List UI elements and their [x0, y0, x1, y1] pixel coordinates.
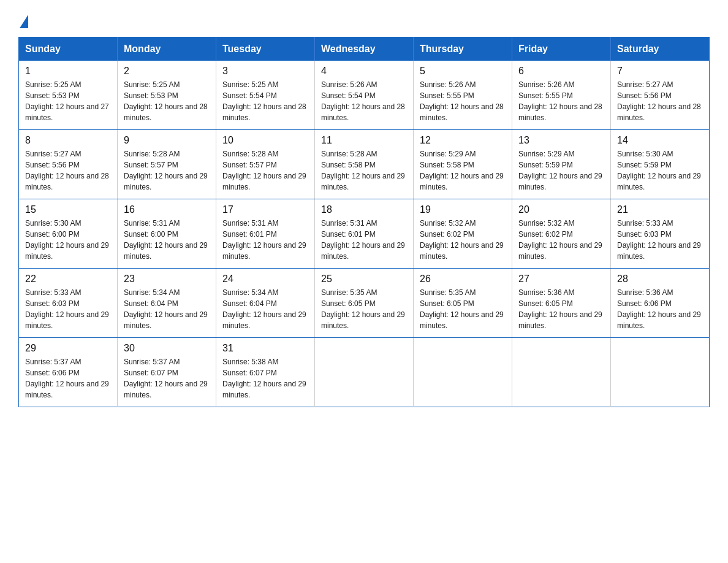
- day-info: Sunrise: 5:28 AMSunset: 5:57 PMDaylight:…: [124, 148, 210, 193]
- day-number: 4: [321, 66, 407, 77]
- calendar-week-row: 8Sunrise: 5:27 AMSunset: 5:56 PMDaylight…: [19, 130, 710, 199]
- day-info: Sunrise: 5:27 AMSunset: 5:56 PMDaylight:…: [25, 148, 111, 193]
- day-number: 15: [25, 204, 111, 215]
- calendar-cell: 2Sunrise: 5:25 AMSunset: 5:53 PMDaylight…: [118, 61, 216, 130]
- day-number: 2: [124, 66, 210, 77]
- day-number: 5: [420, 66, 506, 77]
- day-info: Sunrise: 5:29 AMSunset: 5:58 PMDaylight:…: [420, 148, 506, 193]
- day-info: Sunrise: 5:30 AMSunset: 5:59 PMDaylight:…: [617, 148, 703, 193]
- calendar-cell: 7Sunrise: 5:27 AMSunset: 5:56 PMDaylight…: [611, 61, 710, 130]
- day-info: Sunrise: 5:25 AMSunset: 5:54 PMDaylight:…: [222, 79, 308, 123]
- day-number: 14: [617, 135, 703, 146]
- col-header-tuesday: Tuesday: [216, 37, 315, 61]
- day-number: 18: [321, 204, 407, 215]
- calendar-table: SundayMondayTuesdayWednesdayThursdayFrid…: [18, 37, 710, 407]
- col-header-saturday: Saturday: [611, 37, 710, 61]
- calendar-header-row: SundayMondayTuesdayWednesdayThursdayFrid…: [19, 37, 710, 61]
- day-info: Sunrise: 5:25 AMSunset: 5:53 PMDaylight:…: [25, 79, 111, 123]
- calendar-cell: 29Sunrise: 5:37 AMSunset: 6:06 PMDayligh…: [19, 338, 118, 407]
- calendar-cell: 30Sunrise: 5:37 AMSunset: 6:07 PMDayligh…: [118, 338, 216, 407]
- calendar-cell: [315, 338, 414, 407]
- calendar-cell: 11Sunrise: 5:28 AMSunset: 5:58 PMDayligh…: [315, 130, 414, 199]
- day-info: Sunrise: 5:34 AMSunset: 6:04 PMDaylight:…: [124, 287, 210, 331]
- day-info: Sunrise: 5:34 AMSunset: 6:04 PMDaylight:…: [222, 287, 308, 331]
- calendar-cell: 14Sunrise: 5:30 AMSunset: 5:59 PMDayligh…: [611, 130, 710, 199]
- day-info: Sunrise: 5:29 AMSunset: 5:59 PMDaylight:…: [518, 148, 604, 193]
- calendar-cell: 3Sunrise: 5:25 AMSunset: 5:54 PMDaylight…: [216, 61, 315, 130]
- day-number: 6: [518, 66, 604, 77]
- day-number: 16: [124, 204, 210, 215]
- day-info: Sunrise: 5:28 AMSunset: 5:58 PMDaylight:…: [321, 148, 407, 193]
- calendar-cell: 21Sunrise: 5:33 AMSunset: 6:03 PMDayligh…: [611, 199, 710, 269]
- calendar-cell: 22Sunrise: 5:33 AMSunset: 6:03 PMDayligh…: [19, 269, 118, 338]
- day-info: Sunrise: 5:31 AMSunset: 6:00 PMDaylight:…: [124, 218, 210, 262]
- calendar-cell: 9Sunrise: 5:28 AMSunset: 5:57 PMDaylight…: [118, 130, 216, 199]
- calendar-cell: 28Sunrise: 5:36 AMSunset: 6:06 PMDayligh…: [611, 269, 710, 338]
- col-header-wednesday: Wednesday: [315, 37, 414, 61]
- logo-triangle-icon: [20, 15, 28, 28]
- day-number: 27: [518, 274, 604, 285]
- calendar-cell: 13Sunrise: 5:29 AMSunset: 5:59 PMDayligh…: [512, 130, 611, 199]
- page-header: [18, 12, 710, 26]
- day-number: 10: [222, 135, 308, 146]
- calendar-cell: 18Sunrise: 5:31 AMSunset: 6:01 PMDayligh…: [315, 199, 414, 269]
- day-info: Sunrise: 5:31 AMSunset: 6:01 PMDaylight:…: [321, 218, 407, 262]
- day-info: Sunrise: 5:26 AMSunset: 5:55 PMDaylight:…: [518, 79, 604, 123]
- day-number: 21: [617, 204, 703, 215]
- calendar-week-row: 29Sunrise: 5:37 AMSunset: 6:06 PMDayligh…: [19, 338, 710, 407]
- calendar-cell: 26Sunrise: 5:35 AMSunset: 6:05 PMDayligh…: [414, 269, 512, 338]
- calendar-cell: 4Sunrise: 5:26 AMSunset: 5:54 PMDaylight…: [315, 61, 414, 130]
- calendar-cell: 1Sunrise: 5:25 AMSunset: 5:53 PMDaylight…: [19, 61, 118, 130]
- day-info: Sunrise: 5:36 AMSunset: 6:06 PMDaylight:…: [617, 287, 703, 331]
- day-info: Sunrise: 5:31 AMSunset: 6:01 PMDaylight:…: [222, 218, 308, 262]
- day-info: Sunrise: 5:36 AMSunset: 6:05 PMDaylight:…: [518, 287, 604, 331]
- calendar-cell: 25Sunrise: 5:35 AMSunset: 6:05 PMDayligh…: [315, 269, 414, 338]
- logo: [18, 12, 29, 26]
- calendar-week-row: 22Sunrise: 5:33 AMSunset: 6:03 PMDayligh…: [19, 269, 710, 338]
- day-number: 8: [25, 135, 111, 146]
- col-header-friday: Friday: [512, 37, 611, 61]
- day-number: 3: [222, 66, 308, 77]
- day-number: 30: [124, 343, 210, 354]
- day-number: 25: [321, 274, 407, 285]
- day-number: 13: [518, 135, 604, 146]
- day-info: Sunrise: 5:33 AMSunset: 6:03 PMDaylight:…: [25, 287, 111, 331]
- calendar-cell: [611, 338, 710, 407]
- col-header-monday: Monday: [118, 37, 216, 61]
- calendar-cell: 8Sunrise: 5:27 AMSunset: 5:56 PMDaylight…: [19, 130, 118, 199]
- calendar-cell: 23Sunrise: 5:34 AMSunset: 6:04 PMDayligh…: [118, 269, 216, 338]
- calendar-cell: 19Sunrise: 5:32 AMSunset: 6:02 PMDayligh…: [414, 199, 512, 269]
- day-info: Sunrise: 5:26 AMSunset: 5:55 PMDaylight:…: [420, 79, 506, 123]
- day-info: Sunrise: 5:30 AMSunset: 6:00 PMDaylight:…: [25, 218, 111, 262]
- day-number: 17: [222, 204, 308, 215]
- calendar-week-row: 1Sunrise: 5:25 AMSunset: 5:53 PMDaylight…: [19, 61, 710, 130]
- day-info: Sunrise: 5:26 AMSunset: 5:54 PMDaylight:…: [321, 79, 407, 123]
- day-number: 31: [222, 343, 308, 354]
- day-number: 19: [420, 204, 506, 215]
- day-number: 22: [25, 274, 111, 285]
- day-info: Sunrise: 5:28 AMSunset: 5:57 PMDaylight:…: [222, 148, 308, 193]
- day-number: 9: [124, 135, 210, 146]
- day-number: 11: [321, 135, 407, 146]
- calendar-cell: 5Sunrise: 5:26 AMSunset: 5:55 PMDaylight…: [414, 61, 512, 130]
- calendar-cell: [512, 338, 611, 407]
- day-info: Sunrise: 5:32 AMSunset: 6:02 PMDaylight:…: [420, 218, 506, 262]
- day-info: Sunrise: 5:25 AMSunset: 5:53 PMDaylight:…: [124, 79, 210, 123]
- calendar-cell: 31Sunrise: 5:38 AMSunset: 6:07 PMDayligh…: [216, 338, 315, 407]
- day-number: 1: [25, 66, 111, 77]
- calendar-cell: [414, 338, 512, 407]
- calendar-cell: 24Sunrise: 5:34 AMSunset: 6:04 PMDayligh…: [216, 269, 315, 338]
- day-number: 7: [617, 66, 703, 77]
- calendar-cell: 12Sunrise: 5:29 AMSunset: 5:58 PMDayligh…: [414, 130, 512, 199]
- day-number: 24: [222, 274, 308, 285]
- day-number: 12: [420, 135, 506, 146]
- calendar-cell: 16Sunrise: 5:31 AMSunset: 6:00 PMDayligh…: [118, 199, 216, 269]
- day-number: 28: [617, 274, 703, 285]
- day-number: 26: [420, 274, 506, 285]
- day-info: Sunrise: 5:33 AMSunset: 6:03 PMDaylight:…: [617, 218, 703, 262]
- day-info: Sunrise: 5:27 AMSunset: 5:56 PMDaylight:…: [617, 79, 703, 123]
- calendar-cell: 17Sunrise: 5:31 AMSunset: 6:01 PMDayligh…: [216, 199, 315, 269]
- day-info: Sunrise: 5:35 AMSunset: 6:05 PMDaylight:…: [321, 287, 407, 331]
- calendar-cell: 20Sunrise: 5:32 AMSunset: 6:02 PMDayligh…: [512, 199, 611, 269]
- calendar-cell: 27Sunrise: 5:36 AMSunset: 6:05 PMDayligh…: [512, 269, 611, 338]
